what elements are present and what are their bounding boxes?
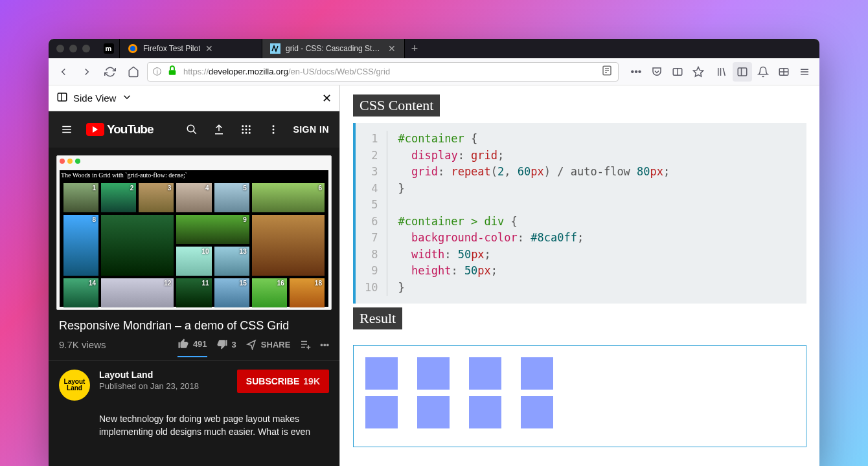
- url-bar[interactable]: ⓘ https://developer.mozilla.org/en-US/do…: [147, 62, 619, 82]
- result-grid: [365, 357, 794, 435]
- channel-row: Layout Land Layout Land Published on Jan…: [49, 360, 339, 410]
- tab-pinned-mozilla[interactable]: m: [98, 39, 120, 58]
- svg-point-37: [273, 125, 275, 127]
- tab-mdn-grid[interactable]: grid - CSS: Cascading Style Sh ✕: [262, 39, 405, 58]
- bookmark-button[interactable]: [689, 62, 708, 82]
- back-button[interactable]: [54, 62, 73, 82]
- content: Side View ✕ YouTube SIGN IN: [49, 85, 819, 466]
- svg-point-30: [249, 125, 251, 127]
- svg-point-34: [242, 132, 244, 134]
- channel-name[interactable]: Layout Land: [99, 370, 228, 380]
- home-button[interactable]: [124, 62, 143, 82]
- publish-date: Published on Jan 23, 2018: [99, 381, 228, 391]
- svg-line-27: [194, 131, 197, 134]
- svg-rect-3: [169, 70, 176, 75]
- forward-button[interactable]: [77, 62, 97, 82]
- sideview-icon: [56, 91, 68, 105]
- chevron-down-icon[interactable]: [121, 91, 133, 105]
- url-text: https://developer.mozilla.org/en-US/docs…: [183, 67, 596, 76]
- apps-icon[interactable]: [238, 122, 254, 137]
- toolbar: ⓘ https://developer.mozilla.org/en-US/do…: [49, 58, 819, 85]
- sideview-header: Side View ✕: [49, 85, 339, 111]
- video-description: New technology for doing web page layout…: [49, 410, 339, 449]
- window-controls: [49, 45, 98, 52]
- video-player[interactable]: The Woods in Grid with `grid-auto-flow: …: [56, 155, 332, 310]
- minimize-window-button[interactable]: [69, 45, 77, 52]
- pocket-button[interactable]: [647, 62, 667, 82]
- tab-firefox-test-pilot[interactable]: Firefox Test Pilot ✕: [120, 39, 262, 58]
- save-button[interactable]: [299, 338, 311, 350]
- svg-point-33: [249, 129, 251, 131]
- tab-title: Firefox Test Pilot: [143, 44, 200, 53]
- sidebar: Side View ✕ YouTube SIGN IN: [49, 85, 340, 466]
- section-heading-css: CSS Content: [353, 94, 440, 116]
- svg-point-28: [242, 125, 244, 127]
- code-block: 12345678910 #container { display: grid; …: [353, 123, 806, 304]
- notifications-button[interactable]: [753, 62, 773, 82]
- sidebar-button[interactable]: [733, 62, 752, 82]
- svg-point-35: [246, 132, 247, 134]
- signin-button[interactable]: SIGN IN: [293, 124, 329, 135]
- more-button[interactable]: •••: [320, 340, 329, 350]
- menu-button[interactable]: [795, 62, 814, 82]
- svg-point-39: [273, 132, 275, 134]
- dislike-button[interactable]: 3: [216, 338, 236, 350]
- video-gallery-grid: 1 2 3 4 5 6 8 9 10 13 14 12: [63, 183, 325, 303]
- search-icon[interactable]: [184, 122, 200, 137]
- tab-title: grid - CSS: Cascading Style Sh: [286, 44, 383, 53]
- youtube-panel: YouTube SIGN IN The Woods in Grid with `…: [49, 111, 339, 466]
- close-window-button[interactable]: [56, 45, 64, 52]
- svg-point-32: [246, 129, 247, 131]
- sideview-label: Side View: [73, 93, 116, 104]
- svg-point-29: [246, 125, 247, 127]
- library-button[interactable]: [712, 62, 731, 82]
- containers-button[interactable]: [774, 62, 794, 82]
- titlebar: m Firefox Test Pilot ✕ grid - CSS: Casca…: [49, 39, 819, 58]
- main-content: CSS Content 12345678910 #container { dis…: [340, 85, 819, 466]
- svg-point-38: [273, 129, 275, 131]
- youtube-logo[interactable]: YouTube: [86, 122, 153, 137]
- favicon-mozilla: m: [104, 43, 114, 54]
- svg-line-12: [723, 68, 725, 76]
- line-numbers: 12345678910: [356, 131, 387, 296]
- lock-icon: [166, 65, 178, 78]
- section-heading-result: Result: [353, 307, 402, 329]
- favicon-firefox: [128, 43, 138, 54]
- hamburger-icon[interactable]: [59, 122, 74, 137]
- share-button[interactable]: SHARE: [246, 338, 291, 350]
- svg-point-26: [188, 125, 195, 132]
- channel-avatar[interactable]: Layout Land: [59, 370, 90, 401]
- zoom-window-button[interactable]: [82, 45, 90, 52]
- code-content[interactable]: #container { display: grid; grid: repeat…: [387, 131, 680, 296]
- close-tab-icon[interactable]: ✕: [388, 43, 396, 54]
- upload-icon[interactable]: [211, 122, 227, 137]
- like-button[interactable]: 491: [177, 338, 207, 357]
- reload-button[interactable]: [100, 62, 120, 82]
- info-icon[interactable]: ⓘ: [153, 66, 161, 78]
- video-meta: Responsive Mondrian – a demo of CSS Grid…: [49, 310, 339, 360]
- video-title: Responsive Mondrian – a demo of CSS Grid: [59, 319, 329, 333]
- video-views: 9.7K views: [59, 339, 168, 350]
- screenshot-button[interactable]: [668, 62, 687, 82]
- close-sideview-button[interactable]: ✕: [322, 91, 332, 105]
- tabstrip: m Firefox Test Pilot ✕ grid - CSS: Casca…: [98, 39, 424, 58]
- video-caption: The Woods in Grid with `grid-auto-flow: …: [61, 172, 327, 179]
- favicon-mdn: [270, 43, 280, 54]
- browser-window: m Firefox Test Pilot ✕ grid - CSS: Casca…: [49, 39, 819, 466]
- svg-rect-13: [738, 68, 747, 76]
- result-preview: [353, 345, 806, 447]
- settings-icon[interactable]: [266, 122, 281, 137]
- svg-point-36: [249, 132, 251, 134]
- svg-point-1: [130, 46, 135, 51]
- youtube-header: YouTube SIGN IN: [49, 111, 339, 148]
- reader-mode-icon[interactable]: [601, 65, 613, 78]
- subscribe-button[interactable]: SUBSCRIBE19K: [237, 370, 329, 393]
- svg-point-31: [242, 129, 244, 131]
- new-tab-button[interactable]: +: [405, 39, 424, 58]
- page-actions-button[interactable]: •••: [626, 62, 646, 82]
- close-tab-icon[interactable]: ✕: [205, 43, 213, 54]
